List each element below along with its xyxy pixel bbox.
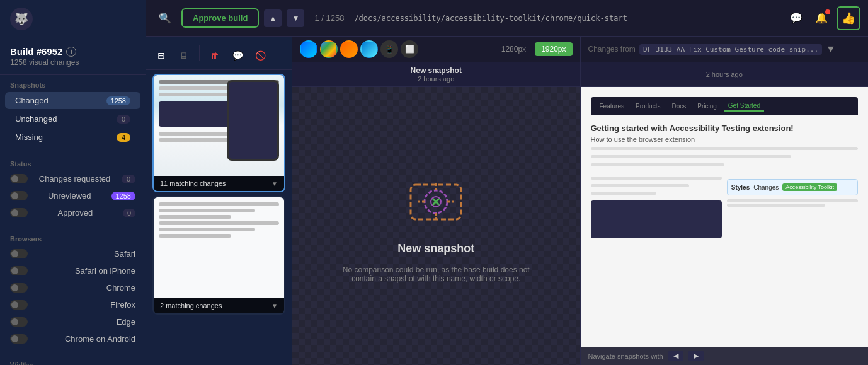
rp-header-bar: Features Products Docs Pricing Get Start…	[591, 97, 859, 115]
thumbs-up-button[interactable]: 👍	[837, 6, 860, 30]
comparison-panels: 📱 ⬜ 1280px 1920px Changes from DF-3133-A…	[292, 37, 868, 365]
filter-changed-label: Changed	[15, 96, 49, 105]
sidebar: 🐺 Build #6952 i 1258 visual changes Snap…	[0, 0, 146, 365]
status-approved-label: Approved	[58, 208, 93, 217]
notification-icon[interactable]: 🔔	[811, 8, 831, 28]
rp-nav-features: Features	[596, 101, 628, 111]
browser-chrome-android[interactable]: Chrome on Android	[0, 331, 146, 347]
rp-nav-products: Products	[632, 101, 664, 111]
branch-dropdown-icon[interactable]: ▼	[826, 43, 836, 55]
filter-changed[interactable]: Changed 1258	[5, 92, 140, 109]
toggle-unreviewed[interactable]	[10, 191, 28, 200]
approve-build-button[interactable]: Approve build	[181, 8, 259, 28]
rp-nav-get-started: Get Started	[724, 101, 764, 112]
status-unreviewed-label: Unreviewed	[48, 191, 91, 200]
filter-unchanged[interactable]: Unchanged 0	[5, 110, 140, 127]
nav-prev-button[interactable]: ▲	[264, 9, 282, 27]
fake-line-6	[159, 202, 279, 206]
browser-chrome-android-label: Chrome on Android	[65, 334, 135, 344]
nav-next-button[interactable]: ▼	[287, 9, 304, 27]
chevron-down-icon-1: ▼	[271, 180, 278, 187]
changes-from-label: Changes from	[588, 45, 636, 54]
snapshot-card-2[interactable]: 2 matching changes ▼	[152, 196, 285, 315]
toggle-safari-iphone[interactable]	[10, 266, 28, 275]
rp-nav-pricing: Pricing	[694, 101, 721, 111]
comment-icon[interactable]: 💬	[227, 45, 248, 66]
toggle-edge[interactable]	[10, 317, 28, 327]
browser-chrome[interactable]: Chrome	[0, 280, 146, 296]
search-icon[interactable]: 🔍	[154, 7, 176, 30]
browser-safari-iphone[interactable]: Safari on iPhone	[0, 263, 146, 279]
right-panel-time: 2 hours ago	[706, 71, 743, 78]
rp-nav-docs: Docs	[668, 101, 690, 111]
fake-line-8	[159, 215, 231, 219]
rp-col2-line2	[727, 204, 825, 207]
toggle-changes-requested[interactable]	[10, 174, 28, 183]
firefox-browser-icon[interactable]	[340, 40, 358, 58]
tablet-browser-icon[interactable]: ⬜	[401, 40, 418, 58]
toggle-approved[interactable]	[10, 208, 28, 217]
build-subtitle: 1258 visual changes	[10, 58, 135, 67]
snapshot-match-1: 11 matching changes	[160, 180, 226, 187]
status-approved[interactable]: Approved 0	[0, 205, 146, 221]
info-icon[interactable]: i	[66, 47, 76, 57]
browser-icon-group: 📱 ⬜	[300, 40, 418, 58]
chat-icon[interactable]: 💬	[786, 8, 806, 28]
toggle-firefox[interactable]	[10, 300, 28, 310]
rp-line-2	[591, 155, 791, 158]
filter-unchanged-label: Unchanged	[15, 114, 57, 124]
browser-firefox[interactable]: Firefox	[0, 297, 146, 313]
rp-dark-block	[591, 200, 722, 238]
edge-browser-icon[interactable]	[360, 40, 378, 58]
status-approved-badge: 0	[123, 209, 135, 217]
navigate-bar: Navigate snapshots with ◀ ▶	[581, 347, 869, 365]
split-view-icon[interactable]: ⊟	[151, 45, 171, 66]
rp-col2-line1	[727, 199, 858, 202]
mobile-browser-icon[interactable]: 📱	[380, 40, 398, 58]
rp-page-title: Getting started with Accessibility Testi…	[591, 124, 859, 133]
panel-subheaders: New snapshot 2 hours ago 2 hours ago	[292, 62, 868, 87]
toggle-chrome-android[interactable]	[10, 334, 28, 344]
widths-section-label: Widths	[0, 355, 146, 365]
safari-browser-icon[interactable]	[300, 40, 317, 58]
fake-line-10	[159, 228, 255, 231]
navigate-prev-btn[interactable]: ◀	[668, 351, 683, 361]
browsers-section-label: Browsers	[0, 229, 146, 245]
topbar: 🔍 Approve build ▲ ▼ 1 / 1258 /docs/acces…	[146, 0, 868, 37]
filter-missing-badge: 4	[117, 133, 130, 142]
snapshot-footer-2: 2 matching changes ▼	[154, 298, 284, 313]
new-snapshot-panel: New snapshot No comparison could be run,…	[292, 87, 580, 365]
browser-safari[interactable]: Safari	[0, 246, 146, 262]
new-snapshot-title: New snapshot	[397, 242, 474, 255]
px-1280-option[interactable]: 1280px	[495, 42, 532, 56]
rp-col1-line1	[591, 177, 722, 180]
status-changes-requested[interactable]: Changes requested 0	[0, 171, 146, 187]
status-unreviewed[interactable]: Unreviewed 1258	[0, 188, 146, 204]
fake-line-9	[159, 221, 279, 225]
chrome-browser-icon[interactable]	[320, 40, 338, 58]
browser-edge[interactable]: Edge	[0, 314, 146, 330]
rp-accessibility-badge: Accessibility Toolkit	[782, 183, 837, 191]
nav-path: /docs/accessibility/accessibility-toolki…	[354, 14, 627, 23]
snapshot-img-2	[154, 197, 284, 298]
px-1920-option[interactable]: 1920px	[535, 42, 572, 56]
chevron-down-icon-2: ▼	[271, 303, 278, 310]
toggle-safari[interactable]	[10, 249, 28, 258]
toggle-chrome[interactable]	[10, 283, 28, 293]
rp-highlight-row: Styles Changes Accessibility Toolkit	[731, 183, 854, 191]
device-frame-1	[227, 80, 279, 161]
snapshot-match-2: 2 matching changes	[160, 302, 222, 310]
status-section-label: Status	[0, 154, 146, 170]
navigate-next-btn[interactable]: ▶	[688, 351, 704, 361]
left-subheader: New snapshot 2 hours ago	[292, 62, 581, 86]
navigate-text: Navigate snapshots with	[588, 352, 663, 360]
no-compare-icon[interactable]: 🚫	[250, 45, 270, 66]
topbar-right: 💬 🔔 👍	[786, 6, 860, 30]
app-logo[interactable]: 🐺	[10, 8, 33, 30]
fake-line-11	[159, 234, 231, 238]
snapshot-card-1[interactable]: 11 matching changes ▼	[152, 74, 285, 192]
delete-icon[interactable]: 🗑	[205, 45, 225, 66]
new-snapshot-icon	[404, 169, 467, 232]
filter-missing[interactable]: Missing 4	[5, 129, 140, 146]
desktop-icon[interactable]: 🖥	[174, 45, 194, 66]
